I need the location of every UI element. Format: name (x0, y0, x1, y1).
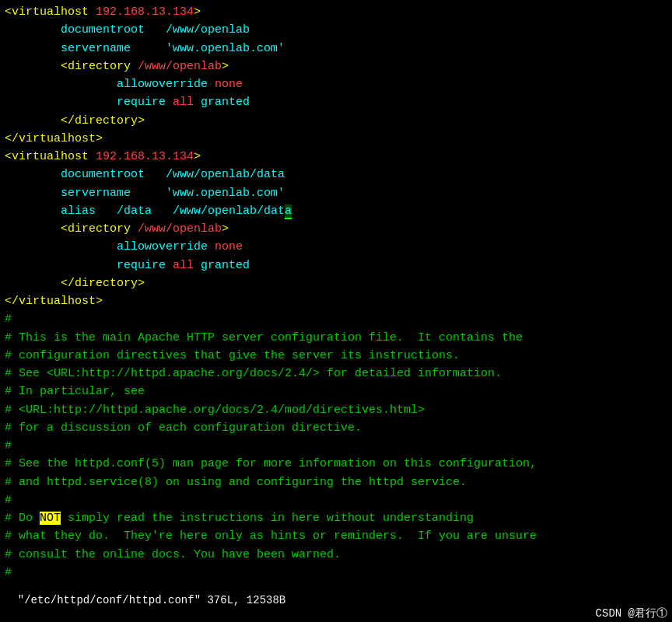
value-text: 192.168.13.134 (96, 150, 194, 163)
comment-text: # (5, 494, 12, 507)
tag-text: > (222, 60, 229, 73)
directive-text: require (5, 259, 173, 272)
code-line: allowoverride none (5, 75, 667, 93)
value-text: none (215, 78, 243, 91)
tag-text: <virtualhost (5, 5, 96, 19)
code-line: </virtualhost> (5, 292, 667, 310)
comment-text: # for a discussion of each configuration… (5, 421, 362, 435)
value-text: 192.168.13.134 (96, 5, 194, 19)
code-line: </directory> (5, 274, 667, 292)
code-line: # See the httpd.conf(5) man page for mor… (5, 455, 667, 473)
comment-text: # and httpd.service(8) on using and conf… (5, 476, 467, 489)
code-line: # what they do. They're here only as hin… (5, 527, 667, 545)
tag-text: > (194, 5, 201, 19)
code-line: require all granted (5, 257, 667, 274)
value-text: all (173, 96, 194, 109)
directive-text: servername 'www.openlab.com' (5, 187, 285, 200)
comment-text: # See the httpd.conf(5) man page for mor… (5, 457, 537, 470)
comment-text: # See <URL:http://httpd.apache.org/docs/… (5, 367, 502, 380)
watermark: CSDN @君行① (596, 606, 667, 620)
code-line: <virtualhost 192.168.13.134> (5, 3, 667, 21)
comment-text: # (5, 313, 12, 326)
code-line: # Do NOT simply read the instructions in… (5, 509, 667, 527)
directive-text: a (285, 204, 292, 219)
code-line: </directory> (5, 112, 667, 130)
comment-text: # (5, 439, 12, 453)
value-text: all (173, 259, 194, 272)
directive-text: granted (194, 259, 250, 272)
code-line: documentroot /www/openlab (5, 21, 667, 39)
tag-text: > (222, 222, 229, 236)
terminal-window: <virtualhost 192.168.13.134> documentroo… (0, 0, 672, 621)
tag-text: <virtualhost (5, 150, 96, 163)
value-text: /www/openlab (138, 222, 222, 236)
code-line: require all granted (5, 93, 667, 111)
comment-text: # In particular, see (5, 385, 145, 398)
code-line: documentroot /www/openlab/data (5, 166, 667, 183)
code-line: # See <URL:http://httpd.apache.org/docs/… (5, 365, 667, 383)
tag-text: </directory> (5, 114, 145, 128)
code-line: # <URL:http://httpd.apache.org/docs/2.4/… (5, 401, 667, 419)
directive-text: granted (194, 96, 250, 109)
comment-text: simply read the instructions in here wit… (61, 512, 474, 525)
directive-text: allowoverride (5, 78, 215, 91)
code-line: alias /data /www/openlab/data (5, 202, 667, 220)
tag-text: <directory (5, 222, 138, 236)
comment-text: # Do (5, 512, 40, 525)
directive-text: allowoverride (5, 240, 215, 253)
comment-text: # what they do. They're here only as hin… (5, 529, 537, 543)
highlighted-text: NOT (40, 512, 61, 525)
tag-text: </virtualhost> (5, 295, 103, 308)
code-line: <directory /www/openlab> (5, 58, 667, 75)
directive-text: servername 'www.openlab.com' (5, 42, 285, 55)
value-text: none (215, 240, 243, 253)
code-line: <virtualhost 192.168.13.134> (5, 148, 667, 166)
tag-text: </virtualhost> (5, 132, 103, 145)
code-line: # consult the online docs. You have been… (5, 546, 667, 564)
tag-text: <directory (5, 60, 138, 73)
directive-text: documentroot /www/openlab/data (5, 168, 285, 181)
code-line: # (5, 564, 667, 582)
status-bar: "/etc/httpd/conf/httpd.conf" 376L, 12538… (0, 580, 672, 622)
value-text: /www/openlab (138, 60, 222, 73)
code-line: # (5, 491, 667, 509)
code-line: servername 'www.openlab.com' (5, 184, 667, 202)
code-line: <directory /www/openlab> (5, 220, 667, 238)
directive-text: documentroot /www/openlab (5, 23, 250, 37)
code-line: # (5, 437, 667, 455)
code-line: </virtualhost> (5, 130, 667, 148)
comment-text: # <URL:http://httpd.apache.org/docs/2.4/… (5, 404, 425, 417)
code-line: # (5, 310, 667, 328)
tag-text: </directory> (5, 277, 145, 290)
code-line: allowoverride none (5, 238, 667, 256)
directive-text: require (5, 96, 173, 109)
code-line: # configuration directives that give the… (5, 347, 667, 365)
comment-text: # consult the online docs. You have been… (5, 548, 341, 561)
code-line: # and httpd.service(8) on using and conf… (5, 473, 667, 491)
comment-text: # This is the main Apache HTTP server co… (5, 331, 523, 344)
code-line: # for a discussion of each configuration… (5, 419, 667, 437)
tag-text: > (194, 150, 201, 163)
code-line: # In particular, see (5, 383, 667, 400)
code-line: servername 'www.openlab.com' (5, 40, 667, 58)
comment-text: # (5, 566, 12, 579)
code-line: # This is the main Apache HTTP server co… (5, 329, 667, 347)
comment-text: # configuration directives that give the… (5, 349, 460, 362)
status-text: "/etc/httpd/conf/httpd.conf" 376L, 12538… (18, 594, 285, 606)
directive-text: alias /data /www/openlab/dat (5, 204, 285, 218)
